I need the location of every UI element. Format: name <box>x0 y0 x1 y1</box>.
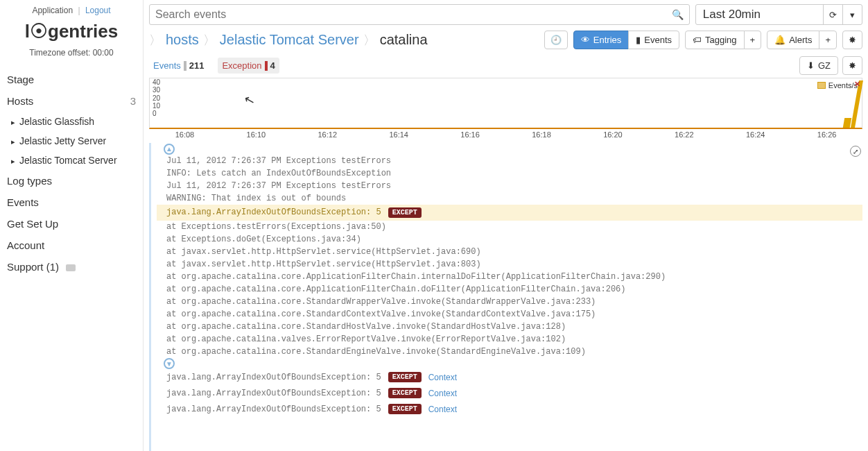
y-axis-labels: 40 30 20 10 0 <box>153 78 160 117</box>
sidebar-item-events[interactable]: Events <box>0 192 143 213</box>
download-icon: ⬇ <box>807 60 815 71</box>
logout-link[interactable]: Logout <box>85 6 111 15</box>
sidebar-host-glassfish[interactable]: Jelastic Glassfish <box>0 112 143 131</box>
download-gz-button[interactable]: ⬇GZ <box>799 56 838 75</box>
log-line: at org.apache.catalina.core.StandardHost… <box>157 321 862 333</box>
except-badge: EXCEPT <box>388 404 422 414</box>
bell-icon: 🔔 <box>774 35 785 45</box>
log-line: at Exceptions.doGet(Exceptions.java:34) <box>157 233 862 246</box>
bar-icon <box>265 61 268 71</box>
context-link[interactable]: Context <box>428 389 457 398</box>
breadcrumb-hosts[interactable]: hosts <box>166 32 199 48</box>
sidebar-item-hosts[interactable]: Hosts 3 <box>0 90 143 112</box>
sidebar-item-logtypes[interactable]: Log types <box>0 170 143 192</box>
chevron-right-icon: 〉 <box>363 32 376 49</box>
sidebar-item-stage[interactable]: Stage <box>0 69 143 90</box>
log-line-exception[interactable]: java.lang.ArrayIndexOutOfBoundsException… <box>157 369 862 385</box>
context-link[interactable]: Context <box>428 405 457 414</box>
log-line: Jul 11, 2012 7:26:37 PM Exceptions testE… <box>157 155 862 167</box>
bars-icon: ▮ <box>636 35 641 45</box>
breadcrumb: 〉 hosts 〉 Jelastic Tomcat Server 〉 catal… <box>149 32 539 49</box>
history-button[interactable]: 🕘 <box>544 31 568 49</box>
refresh-button[interactable]: ⟳ <box>823 5 842 24</box>
search-icon[interactable]: 🔍 <box>672 9 684 20</box>
entries-button[interactable]: 👁Entries <box>573 31 629 49</box>
add-tag-button[interactable]: + <box>744 31 762 49</box>
settings-button[interactable]: ✸ <box>842 31 862 49</box>
mail-icon <box>66 264 76 271</box>
log-line-highlight[interactable]: java.lang.ArrayIndexOutOfBoundsException… <box>157 205 862 221</box>
except-badge: EXCEPT <box>388 207 422 218</box>
main: 🔍 Last 20min ⟳ ▾ 〉 hosts 〉 Jelastic Tomc… <box>144 0 868 451</box>
breadcrumb-current: catalina <box>380 32 428 48</box>
log-line-exception[interactable]: java.lang.ArrayIndexOutOfBoundsException… <box>157 401 862 417</box>
close-icon[interactable]: ✕ <box>854 80 860 89</box>
time-range-label[interactable]: Last 20min <box>696 8 823 22</box>
log-line: at org.apache.catalina.core.ApplicationF… <box>157 283 862 296</box>
breadcrumb-server[interactable]: Jelastic Tomcat Server <box>220 32 359 48</box>
except-badge: EXCEPT <box>388 372 422 382</box>
except-badge: EXCEPT <box>388 388 422 398</box>
alerts-button[interactable]: 🔔Alerts <box>767 31 819 49</box>
timezone-offset: Timezone offset: 00:00 <box>0 48 143 58</box>
sidebar-host-jetty[interactable]: Jelastic Jetty Server <box>0 131 143 151</box>
tab-events[interactable]: Events 211 <box>149 58 208 74</box>
log-line: at javax.servlet.http.HttpServlet.servic… <box>157 258 862 271</box>
sidebar: Application | Logout l⦿gentries Timezone… <box>0 0 144 451</box>
application-link[interactable]: Application <box>32 6 73 15</box>
hosts-count: 3 <box>130 95 136 107</box>
sidebar-item-account[interactable]: Account <box>0 235 143 256</box>
log-line-exception[interactable]: java.lang.ArrayIndexOutOfBoundsException… <box>157 385 862 401</box>
log-line: Jul 11, 2012 7:26:37 PM Exceptions testE… <box>157 180 862 192</box>
events-chart[interactable]: 40 30 20 10 0 Events/s ✕ <box>149 78 862 129</box>
chevron-right-icon: 〉 <box>149 32 162 49</box>
time-range-dropdown[interactable]: ▾ <box>842 5 862 24</box>
expand-icon[interactable]: ⤢ <box>850 146 861 157</box>
logo: l⦿gentries <box>0 19 143 48</box>
gear-icon: ✸ <box>849 60 856 71</box>
log-line: at org.apache.catalina.valves.ErrorRepor… <box>157 333 862 346</box>
log-line: at javax.servlet.http.HttpServlet.servic… <box>157 246 862 258</box>
chevron-right-icon: 〉 <box>203 32 216 49</box>
eye-icon: 👁 <box>581 35 590 45</box>
sidebar-host-tomcat[interactable]: Jelastic Tomcat Server <box>0 151 143 170</box>
tagging-button[interactable]: 🏷Tagging <box>685 31 745 49</box>
gear-icon: ✸ <box>849 35 856 45</box>
context-link[interactable]: Context <box>428 373 457 382</box>
events-button[interactable]: ▮Events <box>628 31 679 49</box>
divider: | <box>78 6 80 15</box>
add-alert-button[interactable]: + <box>819 31 837 49</box>
x-axis-labels: 16:0816:1016:1216:1416:1616:1816:2016:22… <box>144 129 868 143</box>
search-input[interactable] <box>155 8 672 21</box>
tag-icon: 🏷 <box>693 35 702 45</box>
log-line: at Exceptions.testErrors(Exceptions.java… <box>157 221 862 233</box>
scroll-down-icon[interactable]: ▼ <box>164 358 175 369</box>
chart-legend: Events/s <box>817 81 858 90</box>
sidebar-item-getsetup[interactable]: Get Set Up <box>0 213 143 235</box>
scroll-up-icon[interactable]: ▲ <box>164 144 175 155</box>
bar-icon <box>184 61 186 71</box>
sidebar-item-support[interactable]: Support (1) <box>0 256 143 278</box>
log-line: WARNING: That index is out of bounds <box>157 192 862 205</box>
search-box[interactable]: 🔍 <box>149 4 690 25</box>
clock-icon: 🕘 <box>550 35 562 45</box>
log-line: at org.apache.catalina.core.ApplicationF… <box>157 271 862 283</box>
log-line: at org.apache.catalina.core.StandardCont… <box>157 308 862 321</box>
log-line: at org.apache.catalina.core.StandardEngi… <box>157 346 862 358</box>
log-line: INFO: Lets catch an IndexOutOfBoundsExce… <box>157 167 862 180</box>
tab-exception[interactable]: Exception 4 <box>218 58 279 74</box>
log-viewer[interactable]: ⤢ ▲ Jul 11, 2012 7:26:37 PM Exceptions t… <box>149 143 868 451</box>
chart-settings-button[interactable]: ✸ <box>842 56 862 75</box>
log-line: at org.apache.catalina.core.StandardWrap… <box>157 296 862 308</box>
